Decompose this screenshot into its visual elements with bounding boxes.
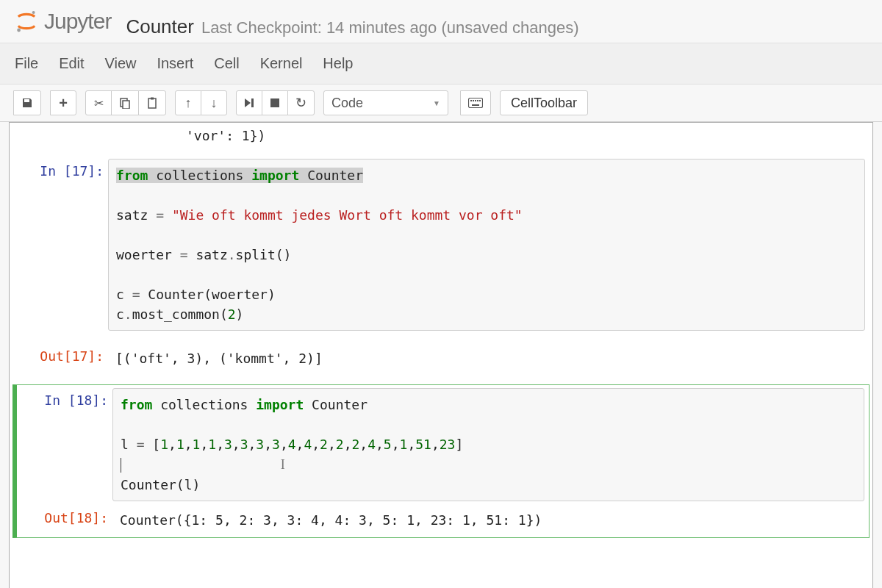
move-up-button[interactable]: ↑ — [175, 90, 201, 115]
svg-rect-14 — [472, 104, 479, 106]
code-input[interactable]: from collections import Counter l = [1,1… — [112, 388, 864, 501]
menu-edit[interactable]: Edit — [59, 48, 101, 79]
svg-rect-8 — [469, 98, 483, 108]
svg-rect-11 — [475, 100, 476, 101]
menu-cell[interactable]: Cell — [214, 48, 257, 79]
cell-type-value: Code — [331, 96, 363, 111]
code-input[interactable]: from collections import Counter satz = "… — [108, 159, 865, 331]
run-button[interactable] — [236, 90, 262, 115]
svg-rect-6 — [251, 98, 254, 107]
header: Jupyter Counter Last Checkpoint: 14 minu… — [0, 0, 882, 43]
floppy-icon — [21, 97, 33, 109]
cell-type-select[interactable]: Code ▼ — [323, 90, 448, 115]
output-prompt: Out[17]: — [12, 344, 108, 364]
svg-rect-5 — [151, 98, 154, 100]
cell-17[interactable]: In [17]: from collections import Counter… — [12, 156, 870, 376]
keyboard-icon — [468, 98, 483, 108]
cell-toolbar-button[interactable]: CellToolbar — [500, 90, 588, 115]
menu-insert[interactable]: Insert — [157, 48, 211, 79]
interrupt-button[interactable] — [262, 90, 288, 115]
cell-output: Counter({1: 5, 2: 3, 3: 4, 4: 3, 5: 1, 2… — [112, 506, 864, 534]
refresh-icon: ↻ — [295, 95, 306, 111]
scissors-icon: ✂ — [94, 96, 104, 110]
save-button[interactable] — [13, 90, 41, 115]
chevron-down-icon: ▼ — [433, 99, 440, 107]
cut-button[interactable]: ✂ — [85, 90, 112, 115]
move-down-button[interactable]: ↓ — [201, 90, 227, 115]
cell-18[interactable]: In [18]: from collections import Counter… — [12, 384, 870, 538]
paste-button[interactable] — [138, 90, 166, 115]
menu-kernel[interactable]: Kernel — [260, 48, 320, 79]
stop-icon — [270, 98, 280, 108]
toolbar: + ✂ ↑ ↓ ↻ Code ▼ — [0, 85, 882, 122]
logo-text: Jupyter — [44, 9, 111, 34]
svg-point-0 — [32, 11, 35, 14]
add-cell-button[interactable]: + — [50, 90, 76, 115]
copy-button[interactable] — [111, 90, 139, 115]
arrow-up-icon: ↑ — [185, 96, 192, 111]
input-prompt: In [17]: — [12, 159, 108, 179]
svg-rect-13 — [479, 100, 481, 101]
jupyter-icon — [15, 10, 38, 33]
svg-rect-7 — [270, 98, 279, 107]
restart-button[interactable]: ↻ — [287, 90, 315, 115]
cell-output: [('oft', 3), ('kommt', 2)] — [108, 344, 865, 373]
svg-point-1 — [17, 29, 21, 32]
paste-icon — [146, 97, 158, 109]
command-palette-button[interactable] — [460, 90, 491, 115]
menu-file[interactable]: File — [15, 48, 56, 79]
svg-rect-10 — [473, 100, 474, 101]
copy-icon — [119, 97, 131, 109]
output-prompt: Out[18]: — [17, 506, 112, 526]
svg-rect-12 — [477, 100, 478, 101]
prev-output-fragment: 'vor': 1}) — [10, 126, 872, 146]
checkpoint-text: Last Checkpoint: 14 minutes ago (unsaved… — [201, 18, 579, 37]
svg-rect-4 — [148, 98, 156, 108]
app-root: Jupyter Counter Last Checkpoint: 14 minu… — [0, 0, 882, 588]
step-forward-icon — [244, 98, 254, 108]
menu-help[interactable]: Help — [323, 48, 370, 79]
svg-rect-3 — [123, 101, 129, 109]
arrow-down-icon: ↓ — [211, 96, 218, 111]
notebook-name[interactable]: Counter — [126, 15, 194, 38]
logo[interactable]: Jupyter — [15, 9, 111, 34]
svg-rect-9 — [470, 100, 472, 101]
plus-icon: + — [59, 95, 68, 112]
notebook-area[interactable]: 'vor': 1}) In [17]: from collections imp… — [9, 122, 873, 588]
input-prompt: In [18]: — [17, 388, 112, 408]
menubar: File Edit View Insert Cell Kernel Help — [0, 43, 882, 85]
menu-view[interactable]: View — [104, 48, 154, 79]
